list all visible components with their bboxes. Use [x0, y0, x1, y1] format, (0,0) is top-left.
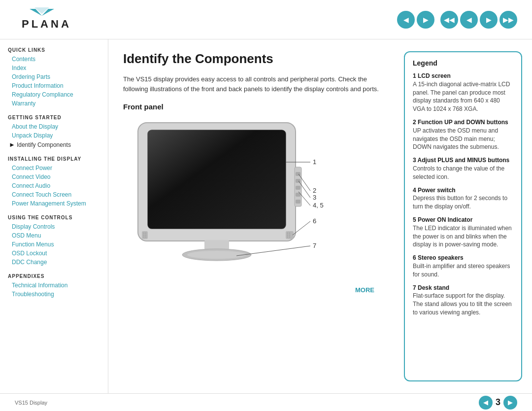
legend-panel: Legend 1 LCD screen A 15-inch diagonal a…	[404, 51, 522, 381]
sidebar-section-getting-started: GETTING STARTED	[8, 115, 100, 120]
monitor-diagram: 1 2 3 4, 5 6 7	[123, 118, 335, 282]
svg-rect-26	[296, 200, 300, 204]
nav-back-button[interactable]: ◀	[460, 11, 478, 29]
sidebar-item-warranty[interactable]: Warranty	[8, 99, 100, 108]
sidebar-item-connect-touch[interactable]: Connect Touch Screen	[8, 190, 100, 199]
top-bar: PLANAR ◀ ▶ ◀◀ ◀ ▶ ▶▶	[0, 0, 532, 39]
nav-group-1: ◀ ▶	[397, 11, 434, 29]
svg-point-18	[289, 235, 290, 236]
legend-item-1: 1 LCD screen A 15-inch diagonal active-m…	[413, 72, 513, 113]
monitor-illustration: 1 2 3 4, 5 6 7	[123, 118, 335, 280]
sidebar-item-osd-menu[interactable]: OSD Menu	[8, 231, 100, 240]
planar-logo: PLANAR	[15, 5, 69, 32]
svg-rect-24	[296, 186, 300, 190]
bottom-next-button[interactable]: ▶	[503, 396, 517, 410]
nav-buttons: ◀ ▶ ◀◀ ◀ ▶ ▶▶	[397, 11, 517, 29]
svg-point-16	[289, 233, 290, 234]
sidebar-item-troubleshooting[interactable]: Troubleshooting	[8, 290, 100, 299]
nav-last-button[interactable]: ▶▶	[499, 11, 517, 29]
nav-first-button[interactable]: ◀◀	[440, 11, 458, 29]
legend-item-2: 2 Function UP and DOWN buttons UP activa…	[413, 118, 513, 151]
sidebar-item-connect-audio[interactable]: Connect Audio	[8, 181, 100, 190]
svg-point-8	[143, 233, 144, 234]
nav-group-2: ◀◀ ◀ ▶ ▶▶	[440, 11, 517, 29]
sidebar-item-about-display[interactable]: About the Display	[8, 122, 100, 131]
page-description: The VS15 display provides easy access to…	[123, 74, 389, 94]
svg-rect-7	[142, 231, 148, 239]
sidebar-item-contents[interactable]: Contents	[8, 55, 100, 64]
svg-text:7: 7	[313, 242, 316, 249]
logo-area: PLANAR	[15, 5, 69, 34]
sidebar-item-technical-information[interactable]: Technical Information	[8, 281, 100, 290]
sidebar-section-appendixes: APPENDIXES	[8, 274, 100, 279]
legend-item-6: 6 Stereo speakers Built-in amplifier and…	[413, 254, 513, 278]
page-title: Identify the Components	[123, 51, 389, 67]
legend-item-4: 4 Power switch Depress this button for 2…	[413, 186, 513, 211]
svg-text:4, 5: 4, 5	[313, 202, 324, 209]
svg-point-20	[289, 237, 290, 238]
bottom-bar: VS15 Display ◀ 3 ▶	[0, 393, 532, 411]
svg-line-40	[236, 246, 310, 256]
more-link-area: MORE	[123, 285, 389, 294]
svg-point-19	[287, 237, 288, 238]
sidebar-item-ordering-parts[interactable]: Ordering Parts	[8, 72, 100, 81]
sidebar-item-function-menus[interactable]: Function Menus	[8, 240, 100, 249]
svg-point-13	[145, 237, 146, 238]
sidebar-item-regulatory-compliance[interactable]: Regulatory Compliance	[8, 90, 100, 99]
svg-point-12	[143, 237, 144, 238]
svg-point-11	[145, 235, 146, 236]
more-link[interactable]: MORE	[355, 286, 374, 294]
sidebar: QUICK LINKS Contents Index Ordering Part…	[0, 39, 108, 393]
nav-forward-button[interactable]: ▶	[480, 11, 498, 29]
svg-rect-27	[204, 240, 229, 250]
svg-text:6: 6	[313, 217, 316, 225]
sidebar-item-connect-video[interactable]: Connect Video	[8, 172, 100, 181]
sidebar-section-controls: USING THE CONTROLS	[8, 215, 100, 220]
nav-next-button[interactable]: ▶	[417, 11, 434, 29]
svg-text:3: 3	[313, 194, 316, 201]
page-number: 3	[496, 397, 500, 408]
bottom-nav: ◀ 3 ▶	[479, 396, 517, 410]
legend-item-5: 5 Power ON Indicator The LED indicator i…	[413, 216, 513, 249]
bottom-prev-button[interactable]: ◀	[479, 396, 493, 410]
svg-point-10	[143, 235, 144, 236]
legend-title: Legend	[413, 59, 513, 67]
sidebar-item-unpack-display[interactable]: Unpack Display	[8, 131, 100, 140]
svg-point-17	[287, 235, 288, 236]
sidebar-item-power-management[interactable]: Power Management System	[8, 199, 100, 208]
main-layout: QUICK LINKS Contents Index Ordering Part…	[0, 39, 532, 393]
section-subtitle-front: Front panel	[123, 103, 389, 111]
page-label: VS15 Display	[15, 400, 47, 406]
svg-rect-6	[148, 130, 286, 229]
current-page-arrow: ►	[9, 141, 15, 148]
sidebar-item-identify-components[interactable]: ► Identify Components	[8, 140, 100, 149]
svg-text:1: 1	[313, 158, 316, 166]
legend-item-7: 7 Desk stand Flat-surface support for th…	[413, 284, 513, 317]
legend-item-3: 3 Adjust PLUS and MINUS buttons Controls…	[413, 156, 513, 181]
svg-point-9	[145, 233, 146, 234]
sidebar-item-connect-power[interactable]: Connect Power	[8, 164, 100, 172]
sidebar-item-display-controls[interactable]: Display Controls	[8, 222, 100, 231]
sidebar-item-product-information[interactable]: Product Information	[8, 81, 100, 90]
svg-text:PLANAR: PLANAR	[22, 18, 69, 30]
sidebar-section-installing: INSTALLING THE DISPLAY	[8, 156, 100, 162]
svg-point-29	[187, 251, 246, 259]
svg-text:2: 2	[313, 187, 316, 194]
content-area: Identify the Components The VS15 display…	[108, 39, 404, 393]
sidebar-item-index[interactable]: Index	[8, 64, 100, 72]
svg-point-15	[287, 233, 288, 234]
nav-prev-button[interactable]: ◀	[397, 11, 415, 29]
sidebar-section-quick-links: QUICK LINKS	[8, 47, 100, 53]
sidebar-item-osd-lockout[interactable]: OSD Lockout	[8, 249, 100, 258]
sidebar-item-ddc-change[interactable]: DDC Change	[8, 258, 100, 267]
